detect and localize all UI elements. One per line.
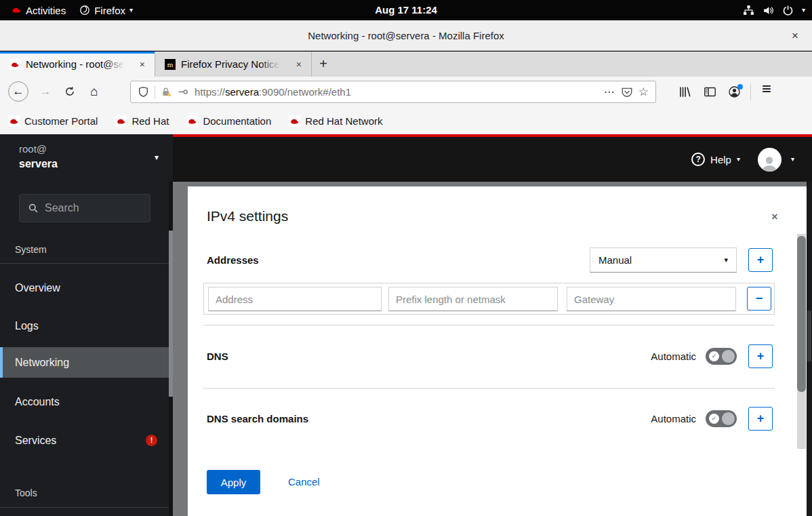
- dns-search-label: DNS search domains: [207, 413, 308, 424]
- addresses-mode-select[interactable]: Manual ▾: [590, 247, 737, 273]
- help-menu[interactable]: ? Help ▾: [691, 153, 740, 166]
- check-icon: ✓: [709, 414, 719, 424]
- tab-title: Firefox Privacy Notice —: [181, 58, 280, 70]
- dns-automatic-toggle[interactable]: ✓: [706, 348, 737, 365]
- toggle-knob: [722, 412, 735, 425]
- sidebar: root@ servera ▾ System Overview Logs Net…: [0, 134, 173, 516]
- redhat-favicon: [8, 115, 20, 127]
- window-title-bar: Networking - root@servera - Mozilla Fire…: [0, 20, 812, 51]
- connection-icon: [178, 86, 189, 98]
- url-bar[interactable]: https://servera:9090/network#/eth1 ⋯ ☆: [130, 81, 656, 103]
- volume-icon: [763, 5, 774, 16]
- divider: [750, 83, 751, 100]
- user-icon: [760, 154, 779, 172]
- divider: [0, 263, 173, 264]
- chevron-down-icon: ▾: [802, 7, 805, 14]
- sidebar-item-networking[interactable]: Networking: [0, 347, 173, 378]
- tab-title: Networking - root@serve: [26, 58, 125, 70]
- divider: [155, 85, 155, 99]
- url-scheme: https://: [195, 86, 225, 98]
- bookmark-label: Red Hat Network: [305, 115, 382, 127]
- search-icon: [28, 203, 39, 214]
- sidebar-search[interactable]: [19, 194, 150, 222]
- dialog-scrollbar-thumb[interactable]: [797, 236, 806, 392]
- tab-close-icon[interactable]: ×: [137, 58, 148, 71]
- page-scrollbar[interactable]: [807, 182, 812, 516]
- account-notification-dot: [737, 84, 743, 90]
- bookmark-red-hat-network[interactable]: Red Hat Network: [289, 115, 382, 127]
- apply-button[interactable]: Apply: [207, 470, 260, 494]
- forward-button[interactable]: →: [35, 81, 56, 102]
- sidebar-item-overview[interactable]: Overview: [0, 279, 173, 298]
- redhat-favicon: [289, 115, 300, 127]
- dns-search-automatic-toggle[interactable]: ✓: [706, 410, 737, 427]
- search-input[interactable]: [45, 202, 133, 214]
- addresses-label: Addresses: [207, 254, 259, 266]
- divider: [203, 325, 775, 325]
- dialog-close-icon[interactable]: ×: [767, 211, 783, 223]
- tab-bar: Networking - root@serve × m Firefox Priv…: [0, 52, 812, 77]
- avatar[interactable]: [758, 148, 781, 172]
- system-status-area[interactable]: ▾: [743, 0, 805, 20]
- help-icon: ?: [691, 153, 705, 166]
- selected-mode: Manual: [598, 254, 632, 266]
- lock-warning-icon: [161, 86, 172, 98]
- window-title: Networking - root@servera - Mozilla Fire…: [0, 20, 812, 51]
- desktop-clock[interactable]: Aug 17 11:24: [0, 0, 812, 20]
- dns-automatic-label: Automatic: [601, 351, 696, 362]
- new-tab-button[interactable]: +: [312, 52, 335, 77]
- mozilla-favicon: m: [165, 59, 176, 70]
- url-host: servera: [225, 86, 259, 98]
- redhat-favicon: [115, 115, 127, 127]
- remove-address-button[interactable]: −: [747, 287, 771, 311]
- bookmark-customer-portal[interactable]: Customer Portal: [8, 115, 98, 127]
- gateway-input[interactable]: [567, 287, 736, 311]
- address-input[interactable]: [208, 287, 382, 311]
- divider: [0, 507, 173, 508]
- home-button[interactable]: ⌂: [84, 81, 104, 102]
- window-close-button[interactable]: ×: [788, 20, 803, 51]
- sidebar-item-accounts[interactable]: Accounts: [0, 393, 173, 412]
- tab-privacy-notice[interactable]: m Firefox Privacy Notice — ×: [155, 52, 312, 77]
- pocket-icon[interactable]: [621, 86, 633, 98]
- check-icon: ✓: [709, 351, 719, 361]
- add-dns-button[interactable]: +: [748, 344, 773, 368]
- navigation-toolbar: ← → ⌂ https://servera:9090/network#/eth1…: [0, 77, 812, 107]
- dns-label: DNS: [207, 351, 228, 362]
- content-area: IPv4 settings × Addresses Manual ▾ + − D…: [173, 182, 807, 516]
- add-dns-search-button[interactable]: +: [748, 407, 773, 431]
- redhat-favicon: [186, 115, 198, 127]
- address-row: −: [203, 283, 775, 315]
- chevron-down-icon[interactable]: ▾: [791, 156, 794, 163]
- bookmark-documentation[interactable]: Documentation: [186, 115, 271, 127]
- masthead: ? Help ▾ ▾: [173, 134, 812, 182]
- url-path: :9090/network#/eth1: [259, 86, 351, 98]
- reload-button[interactable]: [60, 81, 80, 102]
- tab-close-icon[interactable]: ×: [293, 58, 304, 71]
- tab-networking[interactable]: Networking - root@serve ×: [0, 52, 155, 77]
- chevron-down-icon[interactable]: ▾: [155, 153, 159, 162]
- hamburger-menu-button[interactable]: ≡: [762, 79, 771, 98]
- page-actions-button[interactable]: ⋯: [604, 85, 615, 98]
- sidebar-host: servera: [19, 158, 58, 170]
- prefix-input[interactable]: [388, 287, 558, 311]
- back-button[interactable]: ←: [8, 81, 28, 102]
- bookmark-label: Customer Portal: [24, 115, 98, 127]
- reload-icon: [64, 86, 75, 97]
- sidebar-section-tools: Tools: [15, 488, 37, 498]
- bookmark-red-hat[interactable]: Red Hat: [115, 115, 169, 127]
- dns-search-automatic-label: Automatic: [601, 413, 696, 424]
- library-icon[interactable]: [678, 85, 691, 98]
- desktop-top-bar: Activities Firefox ▾ Aug 17 11:24 ▾: [0, 0, 812, 20]
- bookmarks-bar: Customer Portal Red Hat Documentation Re…: [0, 107, 812, 134]
- sidebar-user: root@: [19, 143, 47, 155]
- page-scrollbar-thumb[interactable]: [807, 311, 811, 361]
- sidebars-icon[interactable]: [704, 85, 716, 98]
- url-text: https://servera:9090/network#/eth1: [195, 86, 351, 98]
- add-address-button[interactable]: +: [748, 248, 773, 272]
- services-alert-badge: !: [146, 435, 157, 446]
- cancel-link[interactable]: Cancel: [288, 476, 320, 488]
- screen: Activities Firefox ▾ Aug 17 11:24 ▾ Netw…: [0, 0, 812, 516]
- sidebar-item-logs[interactable]: Logs: [0, 317, 173, 336]
- bookmark-star-icon[interactable]: ☆: [638, 85, 649, 99]
